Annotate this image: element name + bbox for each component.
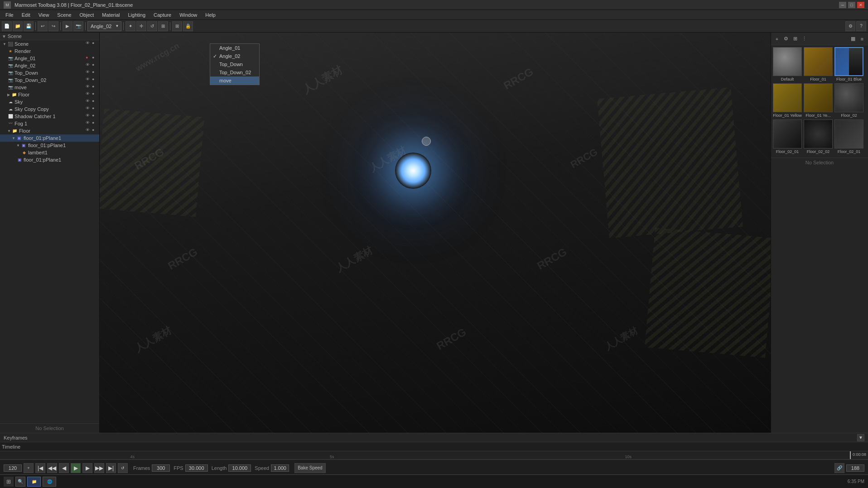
vis-btn-10[interactable]: 👁 [86,120,92,127]
mat-item-floor0202[interactable]: Floor_02_02 [804,120,833,154]
mat-item-default[interactable]: Default [773,47,802,81]
timeline-ruler[interactable]: 4s 5s 10s 0:00:08 [0,451,868,459]
kf-collapse-btn[interactable]: ▼ [857,434,864,441]
mat-item-floor01yellow[interactable]: Floor_01 Yellow [773,83,802,118]
tree-move[interactable]: 📷 move 👁 ● [0,84,99,91]
menu-scene[interactable]: Scene [53,11,75,19]
vis-btn-6[interactable]: 👁 [86,91,92,98]
mat-item-floor01blue[interactable]: Floor_01 Blue [834,47,863,81]
speed-input[interactable] [271,464,289,472]
bake-speed-btn[interactable]: Bake Speed [294,463,326,473]
tree-shadow-catcher[interactable]: ⬜ Shadow Catcher 1 👁 ● [0,113,99,120]
menu-edit[interactable]: Edit [18,11,34,19]
menu-capture[interactable]: Capture [150,11,175,19]
tree-lambert[interactable]: ◆ lambert1 [0,149,99,156]
undo-button[interactable]: ↩ [38,21,48,31]
vis-btn-2[interactable]: 👁 [86,62,92,69]
tree-floor-folder[interactable]: ▶ 📁 Floor 👁 ● [0,91,99,98]
tree-angle01[interactable]: 📷 Angle_01 ● ● [0,55,99,62]
capture-button[interactable]: 📷 [73,21,83,31]
grid-button[interactable]: ⊞ [172,21,182,31]
menu-window[interactable]: Window [176,11,201,19]
material-settings-btn[interactable]: ⚙ [782,35,790,43]
tree-sky[interactable]: ☁ Sky 👁 ● [0,98,99,105]
tree-render[interactable]: ★ Render [0,48,99,55]
vis-btn-3[interactable]: 👁 [86,70,92,76]
tree-plane1[interactable]: ▼ ▣ floor_01:pPlane1 [0,134,99,142]
rotate-tool[interactable]: ↺ [147,21,157,31]
length-input[interactable] [228,464,251,472]
dot-btn-11[interactable]: ● [92,128,98,134]
mat-item-floor02[interactable]: Floor_02 [834,83,863,118]
vis-btn-1[interactable]: ● [86,55,92,62]
dot-icon[interactable]: ● [92,41,98,47]
close-button[interactable]: ✕ [857,2,864,8]
loop-btn[interactable]: ↺ [118,463,128,473]
mat-item-floor01[interactable]: Floor_01 [804,47,833,81]
link-btn[interactable]: 🔗 [834,463,844,473]
mat-item-floor0201[interactable]: Floor_02_01 [773,120,802,154]
dot-btn-5[interactable]: ● [92,84,98,91]
tree-topdown[interactable]: 📷 Top_Down 👁 ● [0,69,99,77]
dot-btn-3[interactable]: ● [92,70,98,76]
add-keyframe-btn[interactable]: + [24,463,34,473]
maximize-button[interactable]: □ [848,2,855,8]
redo-button[interactable]: ↪ [48,21,58,31]
play-btn[interactable]: ▶ [71,463,81,473]
start-button[interactable]: ⊞ [4,477,14,487]
vis-btn-8[interactable]: 👁 [86,106,92,112]
list-view-btn[interactable]: ≡ [858,35,866,43]
tree-angle02[interactable]: 📷 Angle_02 👁 ● [0,62,99,69]
vis-btn-9[interactable]: 👁 [86,113,92,120]
render-button[interactable]: ▶ [63,21,72,31]
step-back-btn[interactable]: ◀◀ [47,463,57,473]
tree-sky-copy[interactable]: ☁ Sky Copy Copy 👁 ● [0,105,99,113]
dot-btn-10[interactable]: ● [92,120,98,127]
cam-option-topdown[interactable]: Top_Down [210,60,259,68]
dot-btn-7[interactable]: ● [92,99,98,105]
fps-input[interactable] [185,464,208,472]
vis-btn-7[interactable]: 👁 [86,99,92,105]
taskbar-explorer[interactable]: 📁 [27,477,41,487]
cam-option-angle02[interactable]: Angle_02 [210,52,259,60]
camera-dropdown-btn[interactable]: Angle_02 ▼ [87,21,121,31]
next-frame-btn[interactable]: ▶ [82,463,92,473]
menu-lighting[interactable]: Lighting [124,11,149,19]
vis-btn-11[interactable]: 👁 [86,128,92,134]
settings-button[interactable]: ⚙ [845,21,855,31]
save-button[interactable]: 💾 [24,21,34,31]
dot-btn-4[interactable]: ● [92,77,98,83]
mat-item-floor01ye[interactable]: Floor_01 Ye... [804,83,833,118]
playback-value-input[interactable] [846,464,864,472]
tree-floor2[interactable]: ▼ 📁 Floor 👁 ● [0,127,99,134]
cam-option-move[interactable]: move [210,77,259,85]
open-button[interactable]: 📁 [13,21,23,31]
mat-item-floor0201b[interactable]: Floor_02_01 [834,120,863,154]
menu-help[interactable]: Help [202,11,219,19]
tree-plane1c[interactable]: ▣ floor_01:pPlane1 [0,156,99,163]
scale-tool[interactable]: ⊞ [158,21,168,31]
dot-btn-6[interactable]: ● [92,91,98,98]
dot-btn-8[interactable]: ● [92,106,98,112]
help-toolbar-button[interactable]: ? [856,21,866,31]
snap-button[interactable]: 🔒 [183,21,193,31]
dot-btn-9[interactable]: ● [92,113,98,120]
dot-btn-2[interactable]: ● [92,62,98,69]
menu-view[interactable]: View [35,11,53,19]
tree-scene[interactable]: ▼ ⬛ Scene 👁 ● [0,40,99,48]
viewport[interactable]: www.rrcg.cn 人人素材 RRCG RRCG 人人素材 RRCG RRC… [100,33,771,433]
menu-material[interactable]: Material [98,11,123,19]
taskbar-search[interactable]: 🔍 [15,477,25,487]
material-add-btn[interactable]: + [773,35,781,43]
tree-fog[interactable]: 〰 Fog 1 👁 ● [0,120,99,127]
new-button[interactable]: 📄 [2,21,12,31]
tree-plane1b[interactable]: ▼ ▣ floor_01:pPlane1 [0,142,99,149]
material-more-btn[interactable]: ⋮ [800,35,808,43]
cam-option-angle01[interactable]: Angle_01 [210,44,259,52]
cam-option-topdown02[interactable]: Top_Down_02 [210,68,259,77]
tree-topdown02[interactable]: 📷 Top_Down_02 👁 ● [0,77,99,84]
frame-input[interactable] [4,464,22,472]
frames-input[interactable] [152,464,170,472]
vis-btn-5[interactable]: 👁 [86,84,92,91]
vis-icon[interactable]: 👁 [86,41,92,47]
